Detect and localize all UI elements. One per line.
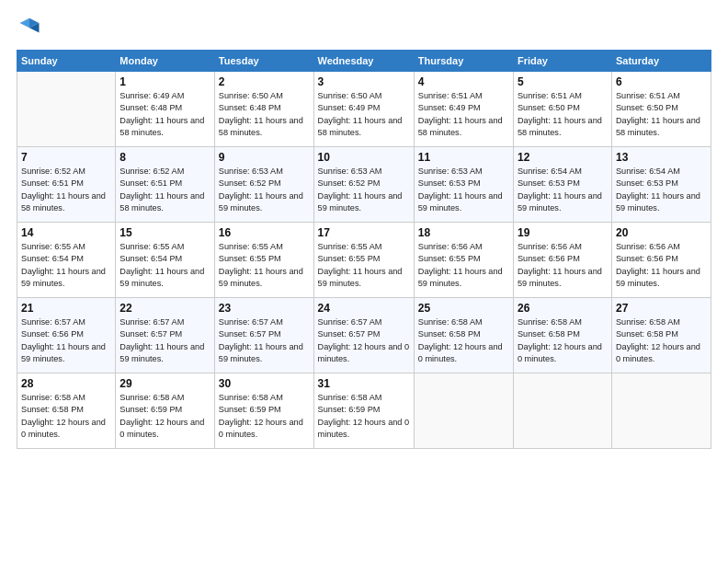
day-number: 19 [518,226,608,239]
day-cell: 24Sunrise: 6:57 AMSunset: 6:57 PMDayligh… [313,298,414,373]
day-cell: 7Sunrise: 6:52 AMSunset: 6:51 PMDaylight… [17,147,116,223]
day-info: Sunrise: 6:52 AMSunset: 6:51 PMDaylight:… [21,166,111,214]
day-cell: 22Sunrise: 6:57 AMSunset: 6:57 PMDayligh… [116,298,215,373]
day-number: 24 [318,302,410,315]
day-cell: 8Sunrise: 6:52 AMSunset: 6:51 PMDaylight… [116,147,215,223]
header-cell-saturday: Saturday [611,51,711,72]
week-row-2: 7Sunrise: 6:52 AMSunset: 6:51 PMDaylight… [17,147,711,223]
day-cell: 1Sunrise: 6:49 AMSunset: 6:48 PMDaylight… [116,72,215,147]
day-cell: 9Sunrise: 6:53 AMSunset: 6:52 PMDaylight… [214,147,313,223]
day-cell: 14Sunrise: 6:55 AMSunset: 6:54 PMDayligh… [17,223,116,298]
day-info: Sunrise: 6:55 AMSunset: 6:55 PMDaylight:… [318,241,410,290]
day-number: 17 [318,226,410,239]
day-cell [611,373,711,449]
day-number: 22 [119,302,210,315]
day-number: 14 [21,226,111,239]
day-number: 10 [318,151,410,164]
day-number: 26 [518,302,608,315]
day-number: 30 [219,377,310,390]
day-number: 25 [418,302,509,315]
header [17,17,711,42]
day-number: 4 [418,75,509,88]
day-cell [17,72,116,147]
day-cell: 29Sunrise: 6:58 AMSunset: 6:59 PMDayligh… [116,373,215,449]
day-info: Sunrise: 6:58 AMSunset: 6:59 PMDaylight:… [318,392,410,441]
day-info: Sunrise: 6:58 AMSunset: 6:58 PMDaylight:… [518,316,608,365]
day-info: Sunrise: 6:50 AMSunset: 6:49 PMDaylight:… [318,90,410,139]
day-info: Sunrise: 6:55 AMSunset: 6:55 PMDaylight:… [219,241,310,290]
header-row: SundayMondayTuesdayWednesdayThursdayFrid… [17,51,711,72]
day-info: Sunrise: 6:54 AMSunset: 6:53 PMDaylight:… [616,166,707,214]
day-info: Sunrise: 6:58 AMSunset: 6:59 PMDaylight:… [219,392,310,441]
day-cell: 20Sunrise: 6:56 AMSunset: 6:56 PMDayligh… [611,223,711,298]
day-number: 1 [119,75,210,88]
day-cell: 25Sunrise: 6:58 AMSunset: 6:58 PMDayligh… [414,298,513,373]
header-cell-sunday: Sunday [17,51,116,72]
day-number: 23 [219,302,310,315]
page: SundayMondayTuesdayWednesdayThursdayFrid… [0,0,728,563]
day-number: 12 [518,151,608,164]
day-cell: 11Sunrise: 6:53 AMSunset: 6:53 PMDayligh… [414,147,513,223]
day-info: Sunrise: 6:56 AMSunset: 6:56 PMDaylight:… [518,241,608,290]
day-info: Sunrise: 6:57 AMSunset: 6:56 PMDaylight:… [21,316,111,365]
day-cell: 15Sunrise: 6:55 AMSunset: 6:54 PMDayligh… [116,223,215,298]
header-cell-tuesday: Tuesday [214,51,313,72]
day-number: 28 [21,377,111,390]
day-info: Sunrise: 6:53 AMSunset: 6:53 PMDaylight:… [418,166,509,214]
day-info: Sunrise: 6:58 AMSunset: 6:59 PMDaylight:… [119,392,210,441]
day-info: Sunrise: 6:57 AMSunset: 6:57 PMDaylight:… [219,316,310,365]
day-cell: 10Sunrise: 6:53 AMSunset: 6:52 PMDayligh… [313,147,414,223]
day-number: 27 [616,302,707,315]
header-cell-wednesday: Wednesday [313,51,414,72]
day-info: Sunrise: 6:51 AMSunset: 6:49 PMDaylight:… [418,90,509,139]
week-row-1: 1Sunrise: 6:49 AMSunset: 6:48 PMDaylight… [17,72,711,147]
day-info: Sunrise: 6:51 AMSunset: 6:50 PMDaylight:… [518,90,608,139]
day-number: 31 [318,377,410,390]
day-cell: 18Sunrise: 6:56 AMSunset: 6:55 PMDayligh… [414,223,513,298]
day-cell [414,373,513,449]
day-info: Sunrise: 6:56 AMSunset: 6:56 PMDaylight:… [616,241,707,290]
day-cell: 2Sunrise: 6:50 AMSunset: 6:48 PMDaylight… [214,72,313,147]
day-info: Sunrise: 6:56 AMSunset: 6:55 PMDaylight:… [418,241,509,290]
week-row-4: 21Sunrise: 6:57 AMSunset: 6:56 PMDayligh… [17,298,711,373]
day-number: 11 [418,151,509,164]
week-row-3: 14Sunrise: 6:55 AMSunset: 6:54 PMDayligh… [17,223,711,298]
day-number: 13 [616,151,707,164]
day-cell: 16Sunrise: 6:55 AMSunset: 6:55 PMDayligh… [214,223,313,298]
day-info: Sunrise: 6:58 AMSunset: 6:58 PMDaylight:… [418,316,509,365]
day-info: Sunrise: 6:58 AMSunset: 6:58 PMDaylight:… [21,392,111,441]
day-info: Sunrise: 6:51 AMSunset: 6:50 PMDaylight:… [616,90,707,139]
logo [17,17,46,42]
day-info: Sunrise: 6:53 AMSunset: 6:52 PMDaylight:… [318,166,410,214]
day-info: Sunrise: 6:54 AMSunset: 6:53 PMDaylight:… [518,166,608,214]
day-cell [513,373,611,449]
svg-marker-3 [20,18,30,29]
day-number: 15 [119,226,210,239]
day-cell: 27Sunrise: 6:58 AMSunset: 6:58 PMDayligh… [611,298,711,373]
day-info: Sunrise: 6:57 AMSunset: 6:57 PMDaylight:… [119,316,210,365]
day-number: 21 [21,302,111,315]
calendar-table: SundayMondayTuesdayWednesdayThursdayFrid… [17,50,711,449]
day-info: Sunrise: 6:58 AMSunset: 6:58 PMDaylight:… [616,316,707,365]
day-info: Sunrise: 6:49 AMSunset: 6:48 PMDaylight:… [119,90,210,139]
day-number: 16 [219,226,310,239]
day-cell: 19Sunrise: 6:56 AMSunset: 6:56 PMDayligh… [513,223,611,298]
day-cell: 6Sunrise: 6:51 AMSunset: 6:50 PMDaylight… [611,72,711,147]
day-number: 6 [616,75,707,88]
day-cell: 28Sunrise: 6:58 AMSunset: 6:58 PMDayligh… [17,373,116,449]
day-number: 8 [119,151,210,164]
day-info: Sunrise: 6:55 AMSunset: 6:54 PMDaylight:… [119,241,210,290]
logo-icon [17,17,42,42]
week-row-5: 28Sunrise: 6:58 AMSunset: 6:58 PMDayligh… [17,373,711,449]
day-cell: 4Sunrise: 6:51 AMSunset: 6:49 PMDaylight… [414,72,513,147]
day-cell: 21Sunrise: 6:57 AMSunset: 6:56 PMDayligh… [17,298,116,373]
day-number: 3 [318,75,410,88]
day-number: 2 [219,75,310,88]
day-cell: 17Sunrise: 6:55 AMSunset: 6:55 PMDayligh… [313,223,414,298]
calendar-body: 1Sunrise: 6:49 AMSunset: 6:48 PMDaylight… [17,72,711,449]
day-cell: 23Sunrise: 6:57 AMSunset: 6:57 PMDayligh… [214,298,313,373]
day-number: 7 [21,151,111,164]
day-info: Sunrise: 6:57 AMSunset: 6:57 PMDaylight:… [318,316,410,365]
header-cell-monday: Monday [116,51,215,72]
day-cell: 13Sunrise: 6:54 AMSunset: 6:53 PMDayligh… [611,147,711,223]
